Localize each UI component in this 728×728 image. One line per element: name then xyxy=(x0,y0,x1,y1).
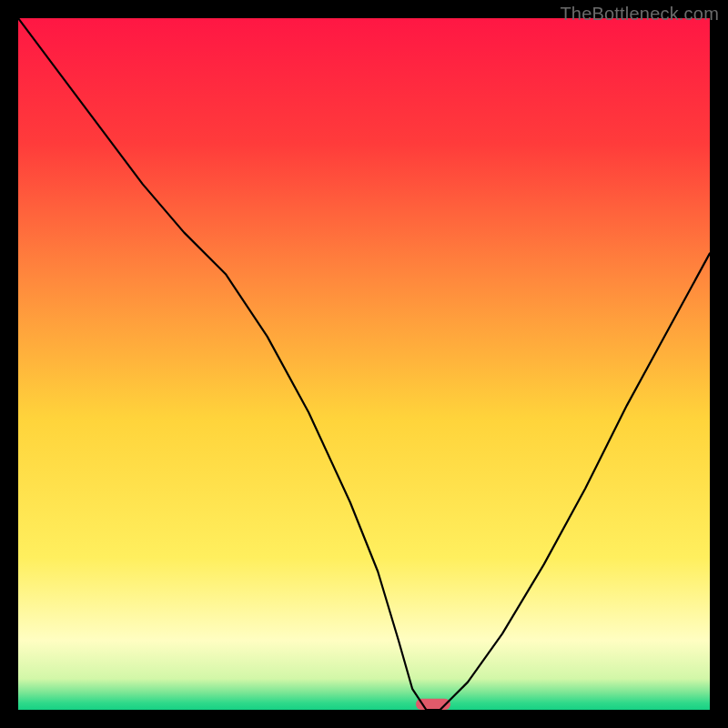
chart-frame: TheBottleneck.com xyxy=(0,0,728,728)
gradient-background xyxy=(18,18,710,710)
bottleneck-chart xyxy=(18,18,710,710)
watermark-text: TheBottleneck.com xyxy=(560,4,719,25)
